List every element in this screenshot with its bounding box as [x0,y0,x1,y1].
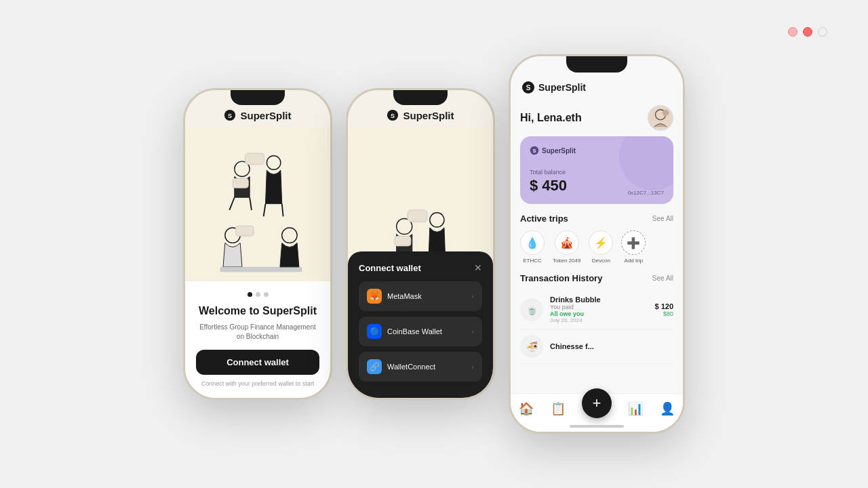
coinbase-label: CoinBase Wallet [387,327,442,336]
svg-text:S: S [391,113,395,119]
svg-rect-8 [220,267,302,272]
traffic-dot-yellow[interactable] [803,27,812,37]
active-trips-title: Active trips [520,214,568,224]
phone-1-notch [231,90,285,105]
bills-icon: 📋 [551,401,566,416]
nav-home[interactable]: 🏠 [519,401,534,416]
tx-icon-1: 🍵 [520,298,543,321]
dots-indicator [248,292,269,297]
svg-text:S: S [526,84,531,92]
svg-rect-14 [408,210,427,222]
tx-amount-col-1: $ 120 $80 [654,302,673,317]
stats-icon: 📊 [628,401,643,416]
trip-icon-add: ➕ [621,230,646,255]
app-title-p2: SuperSplit [403,110,454,121]
card-logo-icon: S [530,146,539,155]
avatar-illustration [649,106,672,130]
fab-add-button[interactable]: + [582,388,612,418]
tx-history-header: Transaction History See All [520,273,673,283]
tx-info-1: Drinks Bubble You paid All owe you July … [550,296,648,323]
trip-icon-token2049: 🎪 [555,230,579,255]
welcome-title: Welcome to SuperSplit [199,305,317,317]
trip-devcon[interactable]: ⚡ Devcon [589,230,613,264]
app-title-p1: SuperSplit [240,110,291,121]
balance-card: S SuperSplit Total balance $ 450 0x12C7.… [520,136,673,204]
connect-wallet-button[interactable]: Connect wallet [196,350,319,375]
trips-row: 💧 ETHCC 🎪 Token 2049 ⚡ Devcon ➕ Add trip [520,230,673,264]
modal-close-button[interactable]: ✕ [474,262,482,273]
phone-2-notch [393,90,448,105]
bottom-nav: 🏠 📋 + 📊 👤 [511,393,683,432]
walletconnect-option[interactable]: 🔗 WalletConnect › [359,352,482,382]
trips-see-all[interactable]: See All [652,215,673,222]
svg-rect-5 [233,179,248,188]
coinbase-arrow: › [471,327,474,336]
dot-3 [264,292,269,297]
nav-profile[interactable]: 👤 [660,401,675,416]
nav-stats[interactable]: 📊 [628,401,643,416]
tx-subtext-1: You paid [550,304,648,310]
walletconnect-arrow: › [471,363,474,371]
fab-icon: + [593,394,601,412]
phone-1-illustration [185,127,330,281]
svg-rect-7 [235,226,253,237]
coinbase-left: 🔵 CoinBase Wallet [367,324,442,339]
trip-icon-devcon: ⚡ [589,230,613,255]
trip-label-ethcc: ETHCC [523,258,542,264]
walletconnect-icon: 🔗 [367,359,382,374]
welcome-section: Welcome to SuperSplit Effortless Group F… [185,281,330,398]
trip-add[interactable]: ➕ Add trip [621,230,646,264]
traffic-lights [788,27,827,37]
logo-icon-p2: S [387,109,399,121]
tx-info-2: Chinesse f... [550,342,673,350]
coinbase-option[interactable]: 🔵 CoinBase Wallet › [359,317,482,346]
svg-text:S: S [228,113,232,119]
metamask-arrow: › [471,292,474,300]
traffic-dot-green[interactable] [818,27,827,37]
tx-name-1: Drinks Bubble [550,296,648,304]
user-avatar[interactable] [648,105,673,131]
logo-icon-p3: S [521,81,535,94]
tx-see-all[interactable]: See All [652,274,673,282]
coinbase-icon: 🔵 [367,324,382,339]
metamask-option[interactable]: 🦊 MetaMask › [359,281,482,311]
trip-token2049[interactable]: 🎪 Token 2049 [553,230,580,264]
modal-header: Connect wallet ✕ [359,262,482,273]
svg-text:S: S [533,148,536,153]
tx-share-1: $80 [654,310,673,317]
svg-point-3 [267,156,281,170]
tx-owe-1: All owe you [550,310,648,317]
phone-2-illustration: Connect wallet ✕ 🦊 MetaMask › 🔵 Coi [348,127,493,398]
dashboard-title: SuperSplit [538,82,586,93]
active-trips-header: Active trips See All [520,214,673,224]
tx-item-1[interactable]: 🍵 Drinks Bubble You paid All owe you Jul… [520,290,673,329]
trip-label-token2049: Token 2049 [553,258,580,264]
walletconnect-left: 🔗 WalletConnect [367,359,435,374]
illustration-svg-p1 [193,134,323,273]
trip-ethcc[interactable]: 💧 ETHCC [520,230,545,264]
home-icon: 🏠 [519,401,534,416]
tx-icon-2: 🍜 [520,335,543,358]
trip-label-add: Add trip [625,258,644,264]
logo-icon-p1: S [224,109,236,121]
tx-item-2[interactable]: 🍜 Chinesse f... [520,329,673,364]
balance-address: 0x12C7...13C7 [628,190,664,196]
dashboard-logo: S SuperSplit [521,81,586,94]
svg-point-13 [429,213,443,227]
metamask-left: 🦊 MetaMask [367,289,422,304]
dashboard-header: S SuperSplit [511,75,683,98]
tx-history-title: Transaction History [520,273,602,283]
greeting-row: Hi, Lena.eth [520,105,673,131]
svg-point-23 [663,110,669,116]
trip-label-devcon: Devcon [592,258,610,264]
metamask-label: MetaMask [387,292,422,300]
walletconnect-label: WalletConnect [387,363,435,371]
nav-bills[interactable]: 📋 [551,401,566,416]
svg-rect-4 [245,153,264,165]
tx-date-1: July 26, 2024 [550,317,648,323]
modal-title: Connect wallet [359,263,421,273]
phones-container: S SuperSplit [183,54,685,434]
dashboard-body: Hi, Lena.eth S [511,98,683,393]
tx-name-2: Chinesse f... [550,342,673,350]
traffic-dot-red[interactable] [788,27,797,37]
